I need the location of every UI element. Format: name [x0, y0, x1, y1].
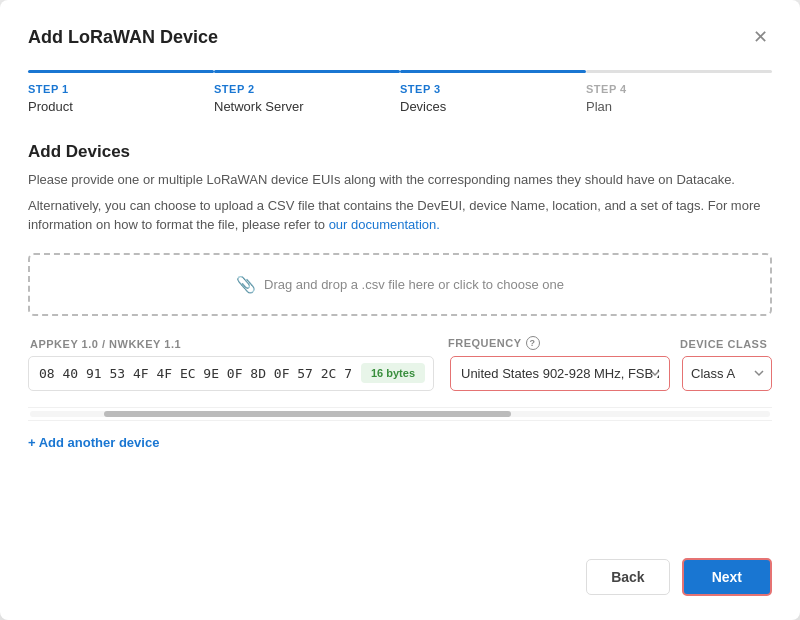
csv-dropzone[interactable]: 📎 Drag and drop a .csv file here or clic…	[28, 253, 772, 316]
appkey-input[interactable]	[29, 357, 361, 390]
device-class-select[interactable]: Class AClass BClass C	[682, 356, 772, 391]
step-2-line	[214, 70, 400, 73]
dropzone-text: Drag and drop a .csv file here or click …	[264, 277, 564, 292]
step-3-line	[400, 70, 586, 73]
modal-header: Add LoRaWAN Device ✕	[28, 24, 772, 50]
step-2: STEP 2 Network Server	[214, 70, 400, 114]
content-area: Add Devices Please provide one or multip…	[28, 142, 772, 596]
appkey-input-wrap: 16 bytes	[28, 356, 434, 391]
step-1-label: STEP 1	[28, 83, 214, 95]
horizontal-scrollbar[interactable]	[28, 407, 772, 421]
step-4-label: STEP 4	[586, 83, 772, 95]
col-appkey-header: APPKEY 1.0 / NWKKEY 1.1	[30, 338, 432, 350]
step-1-line	[28, 70, 214, 73]
section-desc-2: Alternatively, you can choose to upload …	[28, 196, 772, 235]
step-1: STEP 1 Product	[28, 70, 214, 114]
step-2-name: Network Server	[214, 99, 400, 114]
frequency-select[interactable]: United States 902-928 MHz, FSB 2Europe 8…	[450, 356, 670, 391]
scroll-thumb	[104, 411, 511, 417]
section-title: Add Devices	[28, 142, 772, 162]
bytes-badge: 16 bytes	[361, 363, 425, 383]
step-1-name: Product	[28, 99, 214, 114]
step-4: STEP 4 Plan	[586, 70, 772, 114]
step-2-label: STEP 2	[214, 83, 400, 95]
footer: Back Next	[28, 534, 772, 596]
appkey-col-label: APPKEY 1.0 / NWKKEY 1.1	[30, 338, 432, 350]
freq-info-icon[interactable]: ?	[526, 336, 540, 350]
freq-col-label: FREQUENCY ?	[448, 336, 668, 350]
table-header: APPKEY 1.0 / NWKKEY 1.1 FREQUENCY ? DEVI…	[28, 336, 772, 350]
modal-title: Add LoRaWAN Device	[28, 27, 218, 48]
section-desc-1: Please provide one or multiple LoRaWAN d…	[28, 170, 772, 190]
documentation-link[interactable]: our documentation.	[329, 217, 440, 232]
add-lorawan-modal: Add LoRaWAN Device ✕ STEP 1 Product STEP…	[0, 0, 800, 620]
step-4-line	[586, 70, 772, 73]
class-col-label: DEVICE CLASS	[680, 338, 770, 350]
step-3-label: STEP 3	[400, 83, 586, 95]
step-3: STEP 3 Devices	[400, 70, 586, 114]
device-row: 16 bytes United States 902-928 MHz, FSB …	[28, 356, 772, 391]
col-class-header: DEVICE CLASS	[680, 338, 770, 350]
col-freq-header: FREQUENCY ?	[448, 336, 668, 350]
scroll-track	[30, 411, 770, 417]
step-4-name: Plan	[586, 99, 772, 114]
close-button[interactable]: ✕	[749, 24, 772, 50]
next-button[interactable]: Next	[682, 558, 772, 596]
attachment-icon: 📎	[236, 275, 256, 294]
back-button[interactable]: Back	[586, 559, 669, 595]
step-3-name: Devices	[400, 99, 586, 114]
add-another-device-button[interactable]: + Add another device	[28, 431, 772, 454]
steps-bar: STEP 1 Product STEP 2 Network Server STE…	[28, 70, 772, 114]
